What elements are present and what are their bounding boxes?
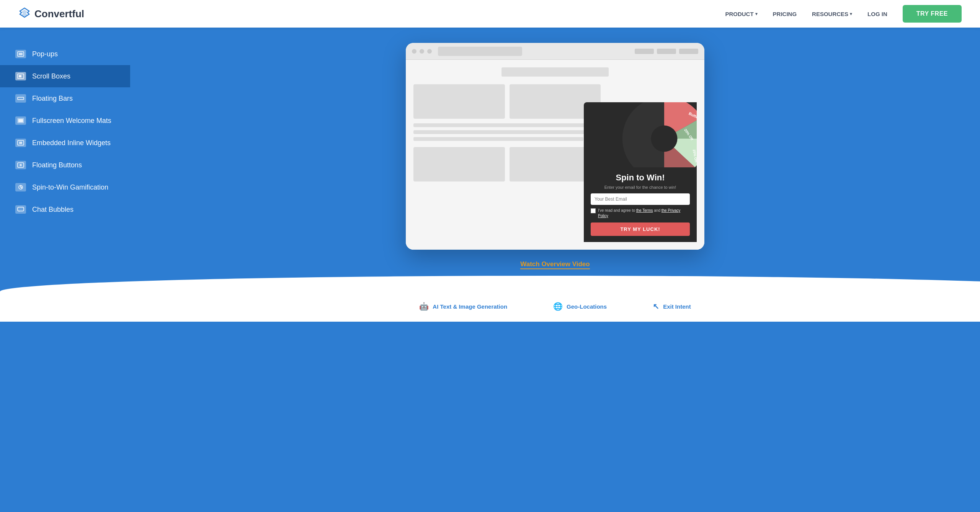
nav-resources[interactable]: RESOURCES ▾ [812, 11, 852, 17]
spin-email-input[interactable] [591, 193, 690, 205]
nav-product[interactable]: PRODUCT ▾ [725, 11, 757, 17]
sidebar-item-floating-buttons[interactable]: Floating Buttons [0, 154, 130, 176]
spin-subtitle: Enter your email for the chance to win! [591, 185, 690, 190]
browser-dot-2 [420, 49, 424, 54]
exit-icon: ↖ [653, 302, 659, 311]
sidebar-item-spin-to-win[interactable]: Spin-to-Win Gamification [0, 176, 130, 198]
watch-overview-video-link[interactable]: Watch Overview Video [520, 260, 590, 269]
scrollbox-icon [15, 72, 26, 80]
sidebar-item-scroll-boxes[interactable]: Scroll Boxes [0, 65, 130, 87]
sidebar-item-chat-bubbles[interactable]: Chat Bubbles [0, 198, 130, 221]
page-line-3 [413, 137, 583, 141]
browser-bar [406, 43, 704, 60]
browser-actions [635, 49, 698, 54]
logo-text: Convertful [34, 8, 84, 20]
spintowin-icon [15, 183, 26, 191]
content-row: Button 20% Off 25% Off Spin to Win! Ente… [153, 43, 957, 322]
watch-video-section: Watch Overview Video [520, 260, 590, 268]
browser-action-3 [679, 49, 698, 54]
spin-try-luck-button[interactable]: TRY MY LUCK! [591, 222, 690, 236]
sidebar-item-fullscreen[interactable]: Fullscreen Welcome Mats [0, 110, 130, 132]
feature-geo[interactable]: 🌐 Geo-Locations [553, 302, 607, 311]
spin-wheel-area: Button 20% Off 25% Off [584, 102, 697, 167]
feature-ai[interactable]: 🤖 AI Text & Image Generation [419, 302, 507, 311]
device-content: Button 20% Off 25% Off Spin to Win! Ente… [406, 60, 704, 250]
page-card-4 [413, 147, 505, 182]
feature-exit[interactable]: ↖ Exit Intent [653, 302, 691, 311]
spin-checkbox[interactable] [591, 208, 596, 213]
browser-action-2 [657, 49, 676, 54]
nav: PRODUCT ▾ PRICING RESOURCES ▾ LOG IN TRY… [725, 5, 962, 23]
svg-rect-12 [18, 207, 24, 211]
sidebar: Pop-ups Scroll Boxes Floating Bars Fulls… [0, 28, 130, 512]
ai-icon: 🤖 [419, 302, 429, 311]
browser-action-1 [635, 49, 654, 54]
svg-rect-6 [18, 119, 23, 122]
spin-terms: I've read and agree to the Terms and the… [591, 208, 690, 219]
spin-content: Spin to Win! Enter your email for the ch… [584, 167, 697, 242]
header: Convertful PRODUCT ▾ PRICING RESOURCES ▾… [0, 0, 980, 28]
logo[interactable]: Convertful [18, 7, 84, 21]
floatingbtn-icon [15, 161, 26, 169]
fullscreen-icon [15, 116, 26, 125]
chatbubble-icon [15, 205, 26, 214]
sidebar-item-popups[interactable]: Pop-ups [0, 43, 130, 65]
embedded-icon [15, 139, 26, 147]
floatingbar-icon [15, 94, 26, 103]
svg-point-10 [20, 164, 22, 166]
svg-rect-4 [18, 97, 24, 100]
logo-icon [18, 7, 31, 21]
chevron-down-icon: ▾ [755, 11, 758, 16]
try-free-button[interactable]: TRY FREE [903, 5, 962, 23]
bottom-section: 🤖 AI Text & Image Generation 🌐 Geo-Locat… [153, 276, 957, 322]
browser-dot-1 [412, 49, 416, 54]
nav-login[interactable]: LOG IN [867, 11, 887, 17]
svg-point-14 [651, 126, 678, 152]
page-simulation: Button 20% Off 25% Off Spin to Win! Ente… [413, 67, 697, 242]
sidebar-item-embedded[interactable]: Embedded Inline Widgets [0, 132, 130, 154]
page-card-1 [413, 84, 505, 119]
spin-widget: Button 20% Off 25% Off Spin to Win! Ente… [584, 102, 697, 242]
svg-rect-1 [19, 53, 23, 55]
spin-wheel-svg: Button 20% Off 25% Off [620, 102, 697, 167]
geo-icon: 🌐 [553, 302, 563, 311]
browser-dot-3 [427, 49, 432, 54]
browser-url-bar [438, 47, 522, 56]
popup-icon [15, 50, 26, 58]
spin-terms-text: I've read and agree to the Terms and the… [598, 208, 690, 219]
nav-pricing[interactable]: PRICING [773, 11, 797, 17]
terms-link[interactable]: the Terms [636, 208, 653, 213]
page-sim-header [501, 67, 609, 77]
svg-rect-3 [19, 75, 21, 77]
svg-rect-8 [19, 142, 22, 144]
main-content: Pop-ups Scroll Boxes Floating Bars Fulls… [0, 28, 980, 512]
spin-title: Spin to Win! [591, 173, 690, 183]
sidebar-item-floating-bars[interactable]: Floating Bars [0, 87, 130, 110]
preview-area: Button 20% Off 25% Off Spin to Win! Ente… [130, 28, 980, 512]
chevron-down-icon-2: ▾ [850, 11, 852, 16]
device-mockup: Button 20% Off 25% Off Spin to Win! Ente… [406, 43, 704, 250]
bottom-wave: 🤖 AI Text & Image Generation 🌐 Geo-Locat… [0, 276, 980, 322]
